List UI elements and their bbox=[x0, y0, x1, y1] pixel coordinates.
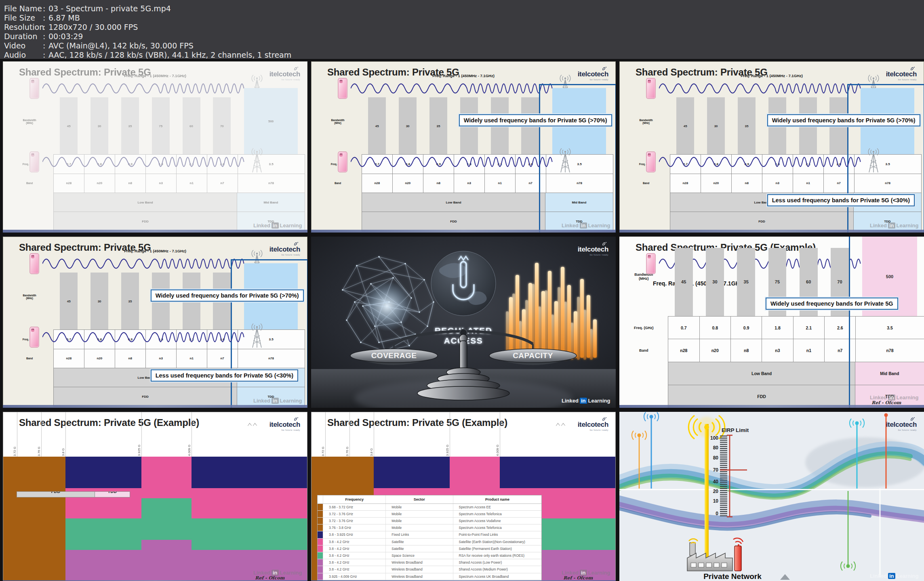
band-cell: n1 bbox=[793, 174, 824, 193]
itelcotech-logo: itelcotech be future ready bbox=[886, 417, 917, 431]
svg-text:0: 0 bbox=[716, 511, 718, 516]
fdd-cell: FDD bbox=[53, 387, 237, 406]
spectrum-block-mobile bbox=[3, 457, 65, 581]
mid-band-cell: Mid Band bbox=[545, 193, 613, 212]
wave-center-line bbox=[619, 489, 924, 490]
product-cell: Spectrum Access Vodafone bbox=[453, 518, 542, 524]
bandwidth-bar: 75 bbox=[152, 97, 170, 154]
metadata-label: File Name bbox=[4, 4, 43, 13]
spectrum-block-satellite bbox=[192, 488, 307, 518]
band-cell: n28 bbox=[362, 174, 393, 193]
metadata-label: Video bbox=[4, 41, 43, 50]
callout-widely-used: Widely used frequency bands for Private … bbox=[766, 298, 898, 310]
chart-plot-area bbox=[3, 457, 307, 581]
fdd-tdd-clipped-bar: FDD TDD bbox=[17, 491, 130, 497]
mid-band-cell: Mid Band bbox=[237, 193, 305, 212]
freq-ghz-cell: 3.5 bbox=[855, 316, 924, 340]
linkedin-learning-watermark: LinkedinLearning bbox=[870, 394, 918, 401]
freq-ghz-cell: 2.6 bbox=[824, 316, 856, 340]
sector-cell: Wireless Broadband bbox=[385, 559, 453, 566]
chart-tick-strip: 3.72 G3.76 G3.8 G3.925 G4.009 G bbox=[312, 412, 615, 457]
table-row: 3.925 - 4.009 GHz Wireless Broadband Spe… bbox=[318, 573, 541, 580]
metadata-row: Resolution : 1280x720 / 30.000 FPS bbox=[4, 23, 924, 32]
spectrum-block-space-science bbox=[141, 498, 192, 540]
smartphone-icon bbox=[646, 78, 656, 99]
sector-cell: Wireless Broadband bbox=[385, 566, 453, 573]
metadata-label: Audio bbox=[4, 50, 43, 60]
bandwidth-bar-column: 30 bbox=[392, 88, 423, 154]
frame-3-private5g-slide-both-callouts: Shared Spectrum: Private 5G itelcotech b… bbox=[619, 61, 924, 233]
linkedin-learning-watermark: LinkedinLearning bbox=[870, 222, 918, 229]
table-row: 3.72 - 3.76 GHz Mobile Spectrum Access T… bbox=[318, 511, 541, 518]
bandwidth-bar: 30 bbox=[706, 248, 724, 317]
bandwidth-bar-column: 35 bbox=[423, 88, 454, 154]
spectrum-block-wireless-broadband bbox=[192, 550, 307, 581]
chart-frequency-tick: 3.76 G bbox=[41, 412, 42, 457]
spectrum-block-space-science bbox=[192, 518, 307, 550]
sector-color-swatch bbox=[318, 531, 323, 538]
metadata-row: File Size : 6.87 MB bbox=[4, 13, 924, 23]
spectrum-block-fixed-links bbox=[65, 457, 141, 488]
eirp-scene: 1008080704020100 EIRP Limit Private Netw… bbox=[619, 412, 924, 581]
smartphone-icon bbox=[29, 253, 39, 274]
chart-tick-strip: 3.72 G3.76 G3.8 G3.925 G4.009 G bbox=[3, 412, 307, 457]
product-cell: Spectrum Access EE bbox=[453, 504, 542, 510]
sector-cell: Satellite bbox=[385, 539, 453, 545]
table-row: 3.72 - 3.76 GHz Mobile Spectrum Access V… bbox=[318, 518, 541, 524]
file-metadata-header: File Name : 03 - Spectrum - private 5G.m… bbox=[0, 0, 924, 59]
logo-tagline: be future ready bbox=[578, 78, 608, 81]
freq-ghz-cell: 0.7 bbox=[668, 316, 699, 340]
freq-ghz-cell: 1.8 bbox=[762, 316, 793, 340]
band-cell: n3 bbox=[762, 339, 793, 362]
band-cell: n1 bbox=[484, 174, 516, 193]
bandwidth-bar: 35 bbox=[737, 248, 755, 317]
frequency-cell: 3.76 - 3.8 GHz bbox=[323, 524, 385, 531]
callout-widely-used: Widely used frequency bands for Private … bbox=[767, 114, 920, 126]
frame-1-private5g-slide-faded: Shared Spectrum: Private 5G itelcotech b… bbox=[3, 61, 307, 233]
svg-text:80: 80 bbox=[713, 445, 719, 451]
band-cell: n28 bbox=[668, 339, 699, 362]
frequency-cell: 3.8 - 4.2 GHz bbox=[323, 566, 385, 573]
bandwidth-bar-column: 45 bbox=[670, 88, 701, 154]
balance-scene: REGULATED ACCESS COVERAGE CAPACITY bbox=[311, 237, 616, 408]
bandwidth-bar: 60 bbox=[183, 97, 200, 154]
spectrum-block-fixed-links bbox=[374, 457, 450, 488]
product-cell: Spectrum Access UK Broadband bbox=[453, 573, 542, 580]
frame-9-eirp-limit-illustration: 1008080704020100 EIRP Limit Private Netw… bbox=[619, 412, 924, 581]
logo-name: itelcotech bbox=[886, 71, 917, 78]
bandwidth-bar-column: 45 bbox=[668, 237, 699, 316]
svg-text:70: 70 bbox=[713, 467, 719, 473]
metadata-label: File Size bbox=[4, 13, 43, 23]
chart-frequency-tick: 4.009 G bbox=[500, 412, 500, 457]
metadata-row: Audio : AAC, 128 kb/s / 128 kb/s (VBR), … bbox=[4, 50, 924, 60]
bandwidth-bar-column: 60 bbox=[176, 88, 207, 154]
callout-less-used: Less used frequency bands for Private 5G… bbox=[767, 194, 915, 206]
linkedin-learning-watermark: LinkedinLearning bbox=[870, 573, 918, 579]
sector-cell: Wireless Broadband bbox=[385, 573, 453, 580]
frequency-cell: 3.72 - 3.76 GHz bbox=[323, 518, 385, 524]
bandwidth-bar: 500 bbox=[244, 88, 298, 154]
svg-text:40: 40 bbox=[713, 479, 719, 485]
chart-frequency-tick: 4.009 G bbox=[192, 412, 192, 457]
metadata-value: 6.87 MB bbox=[48, 13, 924, 23]
phone-to-tower-link bbox=[29, 150, 265, 174]
smartphone-icon bbox=[338, 151, 347, 172]
metadata-separator: : bbox=[43, 23, 48, 32]
spectrum-block-fixed-links bbox=[192, 457, 307, 488]
metadata-value: 03 - Spectrum - private 5G.mp4 bbox=[48, 4, 924, 13]
table-row: 3.68 - 3.72 GHz Mobile Spectrum Access E… bbox=[318, 504, 541, 511]
sector-cell: Mobile bbox=[385, 518, 453, 524]
bandwidth-bar-column: 35 bbox=[115, 88, 145, 154]
freq-ghz-cell: 2.1 bbox=[793, 316, 825, 340]
band-cell: n7 bbox=[515, 174, 546, 193]
chart-frequency-tick: 3.76 G bbox=[349, 412, 350, 457]
band-cell: n20 bbox=[84, 349, 115, 368]
metadata-value: 1280x720 / 30.000 FPS bbox=[48, 23, 924, 32]
slide-title: Shared Spectrum: Private 5G bbox=[19, 242, 151, 253]
bandwidth-bar: 45 bbox=[60, 97, 78, 154]
logo-name: itelcotech bbox=[578, 71, 608, 78]
sector-color-swatch bbox=[318, 511, 323, 517]
spectrum-product-table: Frequency Sector Product name 3.68 - 3.7… bbox=[317, 495, 542, 581]
band-cell: n7 bbox=[207, 349, 238, 368]
frequency-cell: 3.8 - 4.2 GHz bbox=[323, 539, 385, 545]
